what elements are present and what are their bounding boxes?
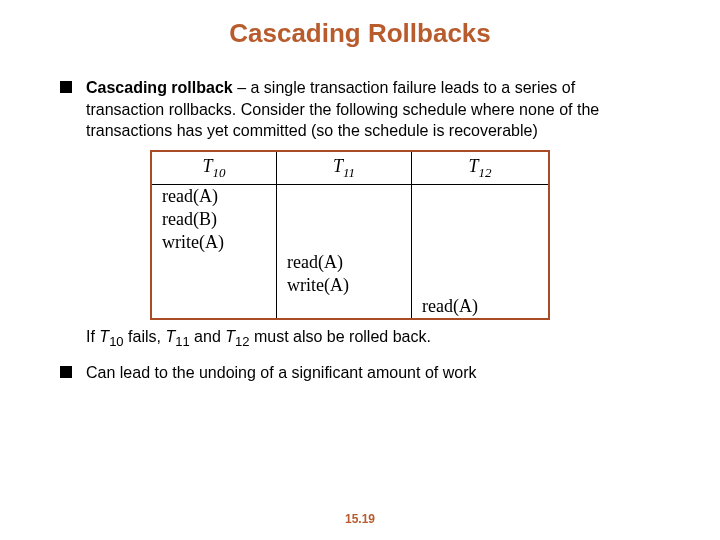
schedule-table: T10 T11 T12 read(A) read(B) write(A) rea… [150,150,550,321]
square-bullet-icon [60,81,72,93]
column-t10: read(A) read(B) write(A) [152,185,277,318]
term-cascading-rollback: Cascading rollback [86,79,233,96]
column-t12: read(A) [412,185,548,318]
op-read-a: read(A) [277,251,411,274]
bullet-item-1: Cascading rollback – a single transactio… [60,77,680,142]
table-body: read(A) read(B) write(A) read(A) write(A… [152,185,548,318]
rollback-consequence: If T10 fails, T11 and T12 must also be r… [86,328,680,349]
header-t10: T10 [152,152,277,185]
bullet-text-2: Can lead to the undoing of a significant… [86,362,476,384]
page-title: Cascading Rollbacks [40,18,680,49]
table-header-row: T10 T11 T12 [152,152,548,186]
op-read-b: read(B) [152,208,276,231]
square-bullet-icon [60,366,72,378]
op-write-a: write(A) [277,274,411,297]
bullet-text-1: Cascading rollback – a single transactio… [86,77,646,142]
bullet-item-2: Can lead to the undoing of a significant… [60,362,680,384]
header-t12: T12 [412,152,548,185]
slide-number: 15.19 [0,512,720,526]
column-t11: read(A) write(A) [277,185,412,318]
op-read-a: read(A) [412,295,548,318]
header-t11: T11 [277,152,412,185]
op-write-a: write(A) [152,231,276,254]
op-read-a: read(A) [152,185,276,208]
